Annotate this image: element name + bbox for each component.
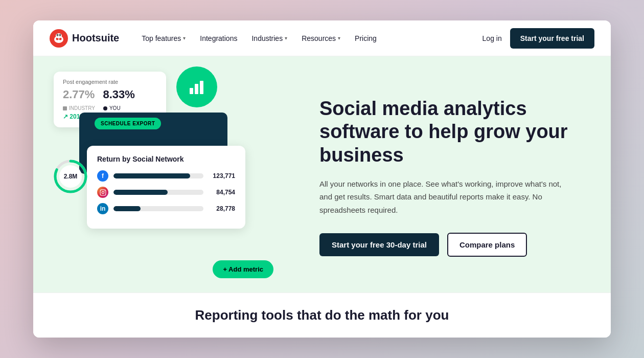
svg-point-17 [104,190,104,191]
hero-heading: Social media analytics software to help … [319,97,585,167]
metric-value: 2.8M [64,173,78,180]
nav-item-pricing[interactable]: Pricing [349,30,383,47]
svg-rect-10 [195,84,198,94]
navbar: Hootsuite Top features ▾ Integrations In… [33,20,611,56]
logo-text: Hootsuite [72,32,119,44]
hero-left: Post engagement rate 2.77% 8.33% INDUSTR… [33,56,299,293]
linkedin-bar [113,206,203,211]
instagram-row: 84,754 [97,187,235,198]
cta-primary-button[interactable]: Start your free 30-day trial [319,233,439,256]
cta-secondary-button[interactable]: Compare plans [447,233,527,257]
industry-dot [63,106,67,110]
instagram-value: 84,754 [209,189,235,196]
you-value: 8.33% [103,88,134,101]
browser-window: Hootsuite Top features ▾ Integrations In… [33,20,611,338]
bar-chart-icon [188,78,206,96]
chevron-down-icon: ▾ [183,35,186,41]
hero-right: Social media analytics software to help … [299,56,611,293]
svg-rect-9 [190,88,193,94]
nav-actions: Log in Start your free trial [482,28,594,49]
social-network-card: Return by Social Network f 123,771 [87,146,245,229]
hootsuite-logo-icon [50,29,68,48]
chevron-down-icon: ▾ [338,35,340,41]
svg-point-4 [56,33,62,38]
svg-point-7 [57,34,58,35]
linkedin-value: 28,778 [209,205,235,212]
hero-section: Post engagement rate 2.77% 8.33% INDUSTR… [33,56,611,293]
instagram-bar-fill [113,190,168,195]
metric-circle-widget: 2.8M [53,159,88,194]
facebook-bar [113,173,203,178]
hero-ctas: Start your free 30-day trial Compare pla… [319,233,585,257]
engagement-values: 2.77% 8.33% [63,88,157,101]
industry-value: 2.77% [63,88,95,101]
start-trial-button[interactable]: Start your free trial [510,28,594,49]
nav-item-resources[interactable]: Resources ▾ [295,30,347,47]
bottom-section: Reporting tools that do the math for you [33,293,611,338]
nav-item-industries[interactable]: Industries ▾ [245,30,293,47]
svg-point-8 [60,34,61,35]
hero-description: All your networks in one place. See what… [319,177,565,217]
facebook-row: f 123,771 [97,170,235,182]
engagement-card-title: Post engagement rate [63,79,157,85]
linkedin-icon: in [97,203,108,214]
facebook-bar-fill [113,173,190,178]
facebook-icon: f [97,170,108,182]
bottom-heading: Reporting tools that do the math for you [195,307,449,323]
industry-label: INDUSTRY [63,105,95,111]
linkedin-bar-fill [113,206,141,211]
you-dot [103,106,107,110]
svg-rect-11 [200,81,203,94]
svg-rect-15 [100,190,106,195]
login-button[interactable]: Log in [482,34,502,42]
facebook-value: 123,771 [209,172,235,180]
engagement-labels: INDUSTRY YOU [63,105,157,111]
logo-area[interactable]: Hootsuite [50,29,119,48]
nav-item-features[interactable]: Top features ▾ [135,30,192,47]
add-metric-button[interactable]: + Add metric [213,260,273,278]
chevron-down-icon: ▾ [285,35,287,41]
you-label: YOU [103,105,121,111]
chart-circle [176,66,217,107]
instagram-bar [113,190,203,195]
instagram-icon [97,187,108,198]
nav-links: Top features ▾ Integrations Industries ▾… [135,30,482,47]
linkedin-row: in 28,778 [97,203,235,214]
nav-item-integrations[interactable]: Integrations [194,30,243,47]
social-card-title: Return by Social Network [97,155,235,163]
schedule-export-button[interactable]: SCHEDULE EXPORT [95,118,161,129]
svg-point-16 [102,191,104,193]
